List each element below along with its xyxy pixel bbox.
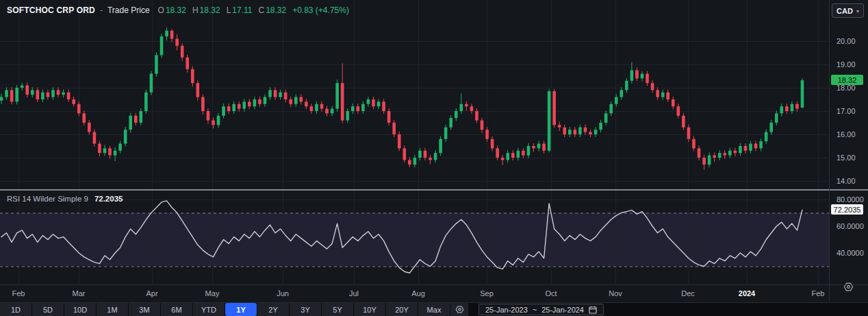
range-button-6m[interactable]: 6M [161,303,192,316]
range-button-max[interactable]: Max [418,303,450,316]
legend-separator: - [100,5,103,15]
price-axis-border [829,0,830,302]
rsi-tick-label: 40.0000 [837,249,864,258]
date-range-picker[interactable]: 25-Jan-2023 ~ 25-Jan-2024 [478,304,604,315]
range-button-ytd[interactable]: YTD [193,303,225,316]
date-range-end: 25-Jan-2024 [541,306,584,314]
range-button-1m[interactable]: 1M [97,303,128,316]
rsi-tick-label: 80.0000 [837,195,864,204]
range-button-1y[interactable]: 1Y [225,303,257,316]
rsi-value: 72.2035 [94,195,123,203]
range-button-5y[interactable]: 5Y [322,303,353,316]
symbol-name: SOFTCHOC CRP ORD [7,5,95,15]
price-tick-label: 14.00 [837,177,856,186]
range-button-5d[interactable]: 5D [32,303,64,316]
ohlc-item: H18.32 [192,5,220,15]
time-axis-label: Jul [349,289,359,297]
time-axis-label: 2024 [739,289,755,297]
ohlc-item: L17.11 [227,5,253,15]
time-axis[interactable]: FebMarAprMayJunJulAugSepOctNovDec2024Feb [0,285,829,302]
axis-settings-gear-icon[interactable] [843,282,854,295]
ohlc-item: O18.32 [158,5,186,15]
bottom-toolbar: 1D5D10D1M3M6MYTD1Y2Y3Y5Y10Y20YMax 25-Jan… [0,302,868,316]
range-button-2y[interactable]: 2Y [257,303,289,316]
pane-divider[interactable] [0,189,868,191]
range-settings-gear-icon[interactable] [450,303,468,316]
chart-canvas[interactable] [0,0,829,284]
ohlc-values: O18.32H18.32L17.11C18.32 [158,5,293,15]
time-axis-label: Sep [480,289,494,297]
price-tick-label: 17.00 [837,107,856,116]
price-tick-label: 19.00 [837,60,856,69]
range-button-20y[interactable]: 20Y [386,303,418,316]
time-axis-label: Dec [681,289,695,297]
time-axis-label: Aug [411,289,425,297]
range-button-3y[interactable]: 3Y [290,303,321,316]
time-axis-label: Oct [545,289,557,297]
last-price-badge: 18.32 [831,75,863,85]
time-axis-label: Mar [73,289,86,297]
range-button-3m[interactable]: 3M [129,303,160,316]
calendar-icon [589,306,597,314]
date-range-separator: ~ [533,306,537,314]
range-buttons: 1D5D10D1M3M6MYTD1Y2Y3Y5Y10Y20YMax [0,303,468,316]
time-axis-label: Nov [609,289,622,297]
price-change: +0.83 (+4.75%) [292,5,349,15]
ohlc-item: C18.32 [258,5,286,15]
right-axis-column[interactable]: CAD ▾ 20.0019.0018.0017.0016.0015.0014.0… [830,0,868,302]
range-button-10y[interactable]: 10Y [354,303,385,316]
time-axis-label: Jun [277,289,289,297]
rsi-label: RSI 14 Wilder Simple 9 [7,195,88,203]
currency-selector[interactable]: CAD ▾ [832,3,864,18]
series-label: Trade Price [107,5,150,15]
chevron-down-icon: ▾ [856,8,859,14]
price-legend: SOFTCHOC CRP ORD - Trade Price O18.32H18… [7,5,349,15]
rsi-tick-label: 60.0000 [837,222,864,231]
date-range-start: 25-Jan-2023 [485,306,528,314]
candlestick-series [0,27,804,169]
time-axis-label: Feb [812,289,825,297]
time-axis-label: May [205,289,220,297]
price-tick-label: 15.00 [837,154,856,162]
time-axis-label: Feb [12,289,25,297]
price-tick-label: 20.00 [837,37,856,46]
price-tick-label: 16.00 [837,130,856,139]
range-button-10d[interactable]: 10D [64,303,96,316]
range-button-1d[interactable]: 1D [0,303,31,316]
rsi-value-badge: 72.2035 [831,204,863,215]
time-axis-label: Apr [146,289,157,297]
time-axis-border [0,284,868,285]
rsi-legend: RSI 14 Wilder Simple 9 72.2035 [7,195,123,203]
trading-chart-app: SOFTCHOC CRP ORD - Trade Price O18.32H18… [0,0,868,316]
currency-value: CAD [837,7,853,15]
